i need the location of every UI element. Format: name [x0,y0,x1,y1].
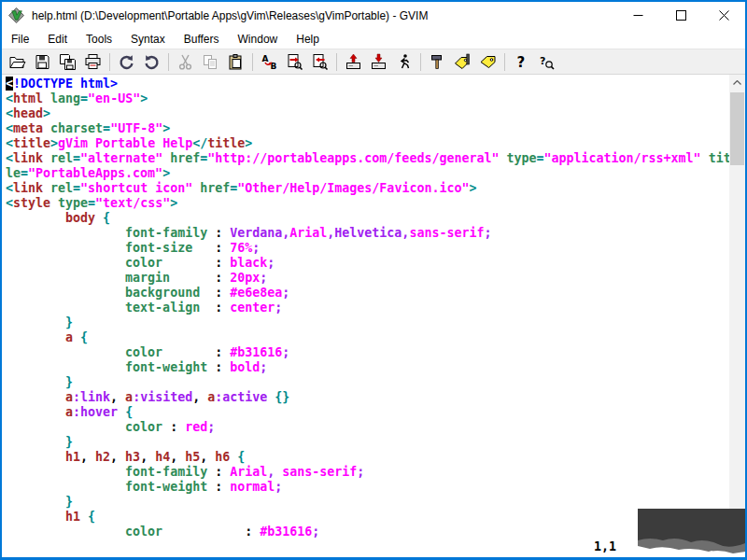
code-line: } [6,435,729,450]
scrollbar-up-button[interactable] [729,75,745,91]
code-line: } [6,375,729,390]
loadsesn-icon [345,53,362,71]
scrollbar-thumb[interactable] [730,92,744,165]
help-icon: ? [513,53,530,71]
code-line: <title>gVim Portable Help</title> [6,136,729,151]
cut-icon [176,53,194,71]
toolbar-separator [420,53,421,71]
cut-button [173,50,198,73]
toolbar-separator [168,53,169,71]
svg-text:?: ? [540,55,545,67]
save-icon [34,53,51,71]
toolbar-separator [504,53,505,71]
code-line: h1 { [6,510,729,525]
maximize-icon [676,10,686,21]
window-controls [616,2,745,29]
code-line: le="PortableApps.com"> [6,166,729,181]
saveall-icon [59,53,77,71]
copy-icon [202,53,219,71]
vim-logo-icon [8,7,24,23]
code-line: font-weight : normal; [6,480,729,495]
findnext-button[interactable] [282,50,307,73]
gvim-window: help.html (D:\Development\Portable Apps\… [0,0,747,560]
menu-help[interactable]: Help [287,30,329,49]
code-line: color : #b31616; [6,345,729,360]
toolbar: AB?? [2,49,745,75]
tagjump-button[interactable] [475,50,500,73]
code-line: <style type="text/css"> [6,196,729,211]
saveall-button[interactable] [55,50,80,73]
save-button[interactable] [30,50,55,73]
findnext-icon [286,53,303,71]
toolbar-separator [109,53,110,71]
code-line: body { [6,211,729,226]
open-icon [8,53,26,71]
open-button[interactable] [5,50,30,73]
code-line: <link rel="alternate" href="http://porta… [6,151,729,166]
runscript-icon [395,53,413,71]
code-line: } [6,495,729,510]
minimize-button[interactable] [616,2,659,29]
maximize-button[interactable] [659,2,702,29]
chevron-up-icon [733,80,741,85]
editor-area[interactable]: <!DOCTYPE html><html lang="en-US"><head>… [2,75,729,557]
code-line: font-family : Arial, sans-serif; [6,465,729,480]
make-button[interactable] [425,50,450,73]
title-bar: help.html (D:\Development\Portable Apps\… [2,2,745,29]
minimize-icon [633,10,643,21]
menu-window[interactable]: Window [229,30,288,49]
vertical-scrollbar[interactable] [729,75,745,553]
window-title: help.html (D:\Development\Portable Apps\… [32,9,428,22]
runscript-button[interactable] [391,50,416,73]
menu-file[interactable]: File [2,30,38,49]
loadsesn-button[interactable] [341,50,366,73]
close-icon [719,10,729,21]
svg-text:A: A [262,53,269,63]
code-line: font-family : Verdana,Arial,Helvetica,sa… [6,226,729,241]
close-button[interactable] [702,2,745,29]
redo-button[interactable] [139,50,164,73]
text-cursor: < [6,77,13,91]
code-line: a { [6,330,729,345]
ruler-position: 1,1 [594,539,616,553]
tagjump-icon [479,53,497,71]
savesesn-button[interactable] [366,50,391,73]
help-button[interactable]: ? [509,50,534,73]
editor-text: <!DOCTYPE html><html lang="en-US"><head>… [2,75,729,539]
code-line: font-size : 76%; [6,241,729,256]
code-line: text-align : center; [6,301,729,315]
findhelp-button[interactable]: ? [534,50,559,73]
svg-text:?: ? [517,54,526,71]
code-line: color : black; [6,256,729,271]
code-line: <head> [6,106,729,121]
code-line: color : red; [6,420,729,435]
runctags-icon [454,53,472,71]
code-line: a:link, a:visited, a:active {} [6,390,729,405]
toolbar-separator [336,53,337,71]
replace-icon: AB [261,53,278,71]
code-line: font-weight : bold; [6,360,729,375]
redo-icon [143,53,161,71]
undo-icon [118,53,135,71]
code-line: <link rel="shortcut icon" href="Other/He… [6,181,729,196]
menu-edit[interactable]: Edit [38,30,77,49]
code-line: color : #b31616; [6,525,729,539]
menu-tools[interactable]: Tools [77,30,121,49]
savesesn-icon [370,53,388,71]
code-line: margin : 20px; [6,271,729,286]
toolbar-separator [252,53,253,71]
runctags-button[interactable] [450,50,475,73]
print-button[interactable] [80,50,106,73]
menu-syntax[interactable]: Syntax [121,30,175,49]
findprev-button[interactable] [307,50,332,73]
findhelp-icon: ? [538,53,556,71]
menu-buffers[interactable]: Buffers [175,30,229,49]
replace-button[interactable]: AB [257,50,282,73]
paste-icon [227,53,245,71]
menu-bar: FileEditToolsSyntaxBuffersWindowHelp [2,29,745,49]
undo-button[interactable] [114,50,139,73]
code-line: background : #e6e8ea; [6,286,729,301]
findprev-icon [311,53,329,71]
code-line: h1, h2, h3, h4, h5, h6 { [6,450,729,465]
paste-button[interactable] [223,50,248,73]
